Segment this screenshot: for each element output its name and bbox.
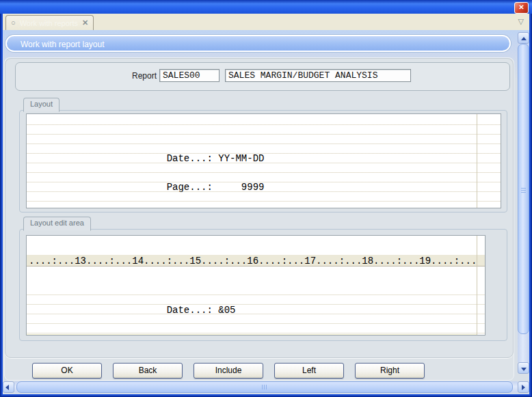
layout-preview-area: Date...: YY-MM-DD Page...: 9999 --------… bbox=[26, 113, 501, 208]
scroll-up-button[interactable] bbox=[518, 32, 529, 44]
include-button[interactable]: Include bbox=[194, 363, 263, 379]
layout-line: Page...: 9999 bbox=[27, 182, 501, 192]
scroll-right-button[interactable] bbox=[518, 381, 529, 393]
edit-line[interactable]: Page...: &07 bbox=[27, 334, 485, 336]
column-ruler: ....:...13....:...14....:...15....:...16… bbox=[27, 255, 485, 266]
scroll-left-button[interactable] bbox=[3, 381, 14, 393]
report-code-input[interactable]: SALES00 bbox=[159, 69, 220, 82]
tab-work-with-reports[interactable]: ○ Work with reports ✕ bbox=[5, 15, 94, 30]
report-header-panel: Report SALES00 SALES MARGIN/BUDGET ANALY… bbox=[15, 62, 510, 91]
main-panel: Report SALES00 SALES MARGIN/BUDGET ANALY… bbox=[4, 57, 514, 381]
layout-edit-groupbox: Layout edit area ....:...13....:...14...… bbox=[19, 217, 507, 341]
layout-groupbox: Layout Date...: YY-MM-DD Page...: 9999 bbox=[19, 98, 507, 213]
vertical-scroll-thumb[interactable] bbox=[518, 44, 529, 334]
layout-line: Date...: YY-MM-DD bbox=[27, 154, 501, 163]
edit-line[interactable]: Date...: &05 bbox=[27, 305, 485, 315]
thumb-grip bbox=[521, 188, 526, 194]
page-title: Work with report layout bbox=[5, 35, 511, 52]
vertical-scroll-track[interactable] bbox=[518, 44, 529, 362]
right-arrow-icon bbox=[522, 385, 525, 390]
layout-groupbox-label: Layout bbox=[23, 98, 59, 112]
tab-bar: ○ Work with reports ✕ ▽ bbox=[3, 14, 529, 30]
ok-button[interactable]: OK bbox=[32, 363, 102, 379]
left-arrow-icon bbox=[5, 385, 9, 390]
window-titlebar[interactable] bbox=[0, 0, 532, 14]
back-button[interactable]: Back bbox=[113, 363, 183, 379]
horizontal-scroll-thumb[interactable] bbox=[16, 381, 513, 393]
up-arrow-icon bbox=[521, 37, 527, 40]
record-circle-icon: ○ bbox=[11, 19, 16, 27]
tab-list-chevron-icon[interactable]: ▽ bbox=[518, 17, 524, 26]
scroll-down-button[interactable] bbox=[518, 362, 529, 374]
layout-groupbox-border: Date...: YY-MM-DD Page...: 9999 --------… bbox=[19, 110, 507, 213]
left-button[interactable]: Left bbox=[274, 363, 344, 379]
thumb-grip bbox=[262, 385, 268, 389]
tab-label: Work with reports bbox=[20, 19, 78, 27]
layout-edit-groupbox-border: ....:...13....:...14....:...15....:...16… bbox=[19, 229, 507, 341]
horizontal-scrollbar[interactable] bbox=[3, 381, 529, 393]
application-window: { "tab": { "label": "Work with reports" … bbox=[0, 0, 532, 397]
report-description-input[interactable]: SALES MARGIN/BUDGET ANALYSIS bbox=[225, 69, 411, 82]
right-button[interactable]: Right bbox=[355, 363, 425, 379]
content-area: Work with report layout Report SALES00 S… bbox=[3, 30, 529, 394]
report-field-label: Report bbox=[105, 71, 157, 81]
window-close-button[interactable]: ✕ bbox=[514, 2, 529, 14]
horizontal-scroll-track[interactable] bbox=[14, 381, 518, 393]
window-frame: ○ Work with reports ✕ ▽ Work with report… bbox=[3, 14, 529, 394]
tab-close-icon[interactable]: ✕ bbox=[82, 19, 88, 27]
layout-edit-area[interactable]: ....:...13....:...14....:...15....:...16… bbox=[26, 235, 486, 336]
layout-edit-groupbox-label: Layout edit area bbox=[23, 217, 91, 231]
edit-lines: Date...: &05 Page...: &07 --------------… bbox=[27, 286, 485, 336]
vertical-scrollbar[interactable] bbox=[518, 32, 529, 374]
down-arrow-icon bbox=[521, 368, 527, 371]
layout-preview-lines: Date...: YY-MM-DD Page...: 9999 --------… bbox=[27, 133, 501, 208]
form-panel: Report SALES00 SALES MARGIN/BUDGET ANALY… bbox=[5, 58, 514, 358]
